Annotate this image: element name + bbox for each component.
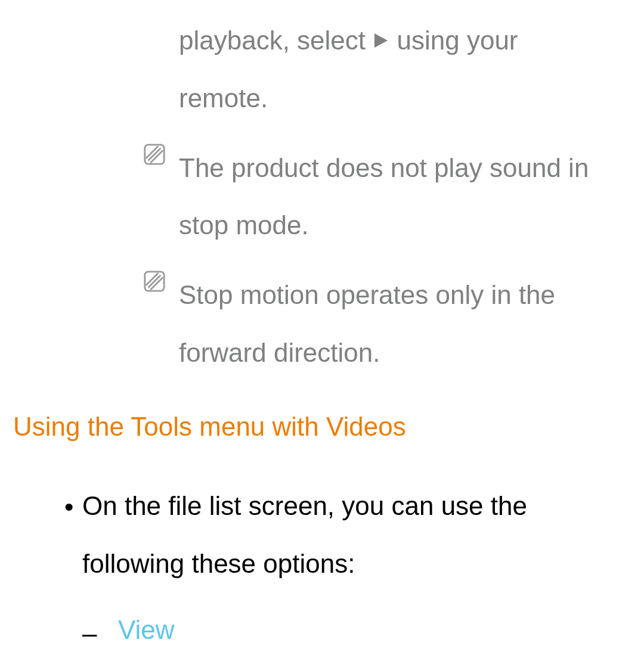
play-icon bbox=[374, 33, 388, 48]
dash-label-view: View bbox=[118, 610, 608, 650]
note-text-forward-only: Stop motion operates only in the forward… bbox=[179, 266, 608, 382]
bullet-list: On the file list screen, you can use the… bbox=[64, 477, 608, 658]
note-item-no-sound: The product does not play sound in stop … bbox=[143, 139, 608, 255]
section-heading-tools-menu: Using the Tools menu with Videos bbox=[13, 412, 632, 442]
note-icon bbox=[143, 266, 179, 382]
note-item-continuation: playback, select using your remote. bbox=[143, 12, 608, 128]
bullet-marker bbox=[64, 477, 82, 658]
dash-list: View You can sort the file list by selec… bbox=[82, 610, 608, 658]
note-text-no-sound: The product does not play sound in stop … bbox=[179, 139, 608, 255]
dash-item-view: View You can sort the file list by selec… bbox=[82, 610, 608, 658]
note-text-continuation: playback, select using your remote. bbox=[179, 12, 608, 128]
bullet-content: On the file list screen, you can use the… bbox=[82, 477, 608, 658]
note-icon-spacer bbox=[143, 12, 179, 128]
note-item-forward-only: Stop motion operates only in the forward… bbox=[143, 266, 608, 382]
notes-block: playback, select using your remote. The … bbox=[143, 12, 608, 382]
document-page: playback, select using your remote. The … bbox=[0, 0, 644, 658]
dash-marker bbox=[82, 610, 118, 658]
bullet-text: On the file list screen, you can use the… bbox=[82, 477, 608, 593]
memo-icon bbox=[143, 270, 166, 293]
memo-icon bbox=[143, 143, 166, 166]
dash-content: View You can sort the file list by selec… bbox=[118, 610, 608, 658]
note-icon bbox=[143, 139, 179, 255]
continuation-pre: playback, select bbox=[179, 26, 373, 55]
bullet-item-file-list: On the file list screen, you can use the… bbox=[64, 477, 608, 658]
